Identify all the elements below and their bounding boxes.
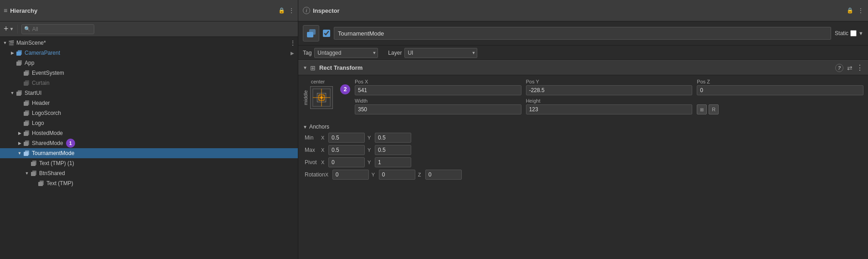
anchors-expand-arrow: ▼ bbox=[303, 124, 307, 130]
inspector-header-icons: 🔒 ⋮ bbox=[847, 7, 863, 14]
svg-rect-25 bbox=[32, 171, 36, 175]
anchors-min-row: Min X Y bbox=[303, 133, 863, 143]
inspector-more-icon[interactable]: ⋮ bbox=[858, 7, 863, 14]
tree-item-texttmp1[interactable]: Text (TMP) (1) bbox=[0, 158, 298, 168]
hierarchy-header: ≡ Hierarchy 🔒 ⋮ bbox=[0, 0, 298, 21]
min-y-input[interactable] bbox=[375, 133, 411, 143]
pivot-x-input[interactable] bbox=[328, 157, 365, 167]
rotation-z-input[interactable] bbox=[425, 170, 462, 180]
tree-item-sharedmode[interactable]: SharedMode 1 bbox=[0, 138, 298, 148]
layer-dropdown[interactable]: UI bbox=[404, 48, 477, 58]
cube-icon-hostedmode bbox=[23, 130, 30, 137]
tree-item-hostedmode[interactable]: HostedMode bbox=[0, 128, 298, 138]
component-icons: ? ⇄ ⋮ bbox=[835, 63, 863, 72]
pos-fields-area: 2 Pos X Pos Y Pos Z bbox=[340, 79, 863, 114]
component-help-icon[interactable]: ? bbox=[835, 64, 843, 72]
tree-item-startui[interactable]: StartUI bbox=[0, 88, 298, 98]
pivot-y-input[interactable] bbox=[375, 157, 411, 167]
tree-item-header[interactable]: Header bbox=[0, 98, 298, 108]
wh-row: Width Height ⊞ R bbox=[340, 98, 863, 114]
posz-input[interactable] bbox=[697, 85, 863, 95]
posy-input[interactable] bbox=[526, 85, 693, 95]
object-active-checkbox[interactable] bbox=[323, 30, 330, 37]
tree-item-curtain[interactable]: Curtain bbox=[0, 78, 298, 88]
cube-icon-texttmp1 bbox=[30, 160, 37, 167]
posx-input[interactable] bbox=[355, 85, 521, 95]
component-settings-icon[interactable]: ⇄ bbox=[847, 64, 853, 72]
svg-point-34 bbox=[320, 96, 323, 99]
add-button[interactable]: + ▼ bbox=[4, 24, 14, 34]
inspector-panel: i Inspector 🔒 ⋮ Static ▼ Tag Untagged bbox=[298, 0, 868, 259]
tree-item-eventsystem[interactable]: EventSystem bbox=[0, 68, 298, 78]
min-x-input[interactable] bbox=[328, 133, 365, 143]
cube-icon-tournamentmode bbox=[23, 150, 30, 157]
mainscene-dots[interactable]: ⋮ bbox=[290, 39, 296, 47]
item-label-cameraparent: CameraParent bbox=[25, 50, 60, 56]
inspector-lock-icon[interactable]: 🔒 bbox=[847, 7, 853, 14]
width-label: Width bbox=[355, 98, 521, 104]
static-dropdown-arrow[interactable]: ▼ bbox=[858, 31, 863, 36]
tree-item-btnshared[interactable]: BtnShared bbox=[0, 168, 298, 178]
rotation-fields: X Y Z bbox=[325, 170, 462, 180]
svg-rect-7 bbox=[25, 80, 29, 85]
static-checkbox[interactable] bbox=[850, 30, 857, 36]
scene-icon: 🎬 bbox=[8, 40, 15, 46]
tag-layer-row: Tag Untagged ▼ Layer UI ▼ bbox=[298, 46, 868, 60]
anchors-title: Anchors bbox=[309, 124, 329, 130]
min-x-label: X bbox=[321, 135, 326, 140]
width-input[interactable] bbox=[355, 104, 521, 114]
tree-item-app[interactable]: App bbox=[0, 58, 298, 68]
min-fields: X Y bbox=[321, 133, 411, 143]
tag-dropdown-wrapper: Untagged ▼ bbox=[314, 48, 378, 58]
object-row: Static ▼ bbox=[298, 21, 868, 46]
tree-item-mainscene[interactable]: 🎬 MainScene* ⋮ bbox=[0, 38, 298, 48]
object-name-input[interactable] bbox=[334, 27, 831, 40]
tree-item-logo[interactable]: Logo bbox=[0, 118, 298, 128]
height-label: Height bbox=[526, 98, 693, 104]
max-x-input[interactable] bbox=[328, 145, 365, 155]
item-label-mainscene: MainScene* bbox=[16, 40, 46, 46]
tree-item-texttmp[interactable]: Text (TMP) bbox=[0, 178, 298, 188]
anchor-box[interactable] bbox=[310, 86, 333, 109]
inspector-header: i Inspector 🔒 ⋮ bbox=[298, 0, 868, 21]
max-y-input[interactable] bbox=[375, 145, 411, 155]
object-cube-icon bbox=[303, 25, 319, 41]
constrain-button[interactable]: ⊞ bbox=[697, 104, 707, 114]
cube-icon-startui bbox=[15, 89, 23, 97]
tree-item-tournamentmode[interactable]: TournamentMode bbox=[0, 148, 298, 158]
rotation-y-input[interactable] bbox=[379, 170, 415, 180]
tag-label: Tag bbox=[303, 50, 311, 56]
cube-icon-curtain bbox=[23, 79, 30, 87]
plus-chevron: ▼ bbox=[10, 26, 14, 31]
svg-rect-21 bbox=[25, 150, 29, 155]
hierarchy-header-icons: 🔒 ⋮ bbox=[278, 7, 294, 14]
inspector-title-row: i Inspector bbox=[303, 7, 340, 14]
item-label-logoscorch: LogoScorch bbox=[32, 110, 61, 116]
rotation-x-input[interactable] bbox=[332, 170, 369, 180]
pivot-y-label: Y bbox=[368, 160, 372, 165]
static-label: Static bbox=[835, 30, 848, 36]
r-button[interactable]: R bbox=[709, 104, 719, 114]
layer-label: Layer bbox=[388, 50, 402, 56]
tree-item-cameraparent[interactable]: CameraParent ▶ bbox=[0, 48, 298, 58]
search-input[interactable] bbox=[21, 24, 94, 34]
lock-icon[interactable]: 🔒 bbox=[278, 7, 285, 14]
svg-rect-11 bbox=[25, 100, 29, 105]
rotation-row: Rotation X Y Z bbox=[303, 170, 863, 180]
tree-item-logoscorch[interactable]: LogoScorch bbox=[0, 108, 298, 118]
svg-rect-17 bbox=[25, 130, 29, 135]
item-label-sharedmode: SharedMode bbox=[32, 140, 63, 146]
component-title: Rect Transform bbox=[319, 64, 832, 71]
field-group-width: Width bbox=[355, 98, 521, 114]
component-more-icon[interactable]: ⋮ bbox=[856, 63, 863, 72]
component-expand-arrow[interactable]: ▼ bbox=[303, 65, 307, 70]
rect-transform-content: center middle bbox=[298, 75, 868, 122]
more-options-icon[interactable]: ⋮ bbox=[289, 7, 294, 14]
cube-icon-header bbox=[23, 99, 30, 107]
plus-icon: + bbox=[4, 24, 9, 34]
item-label-logo: Logo bbox=[32, 120, 44, 126]
tag-dropdown[interactable]: Untagged bbox=[314, 48, 378, 58]
hamburger-icon[interactable]: ≡ bbox=[4, 7, 7, 14]
height-input[interactable] bbox=[526, 104, 693, 114]
svg-rect-3 bbox=[18, 60, 22, 65]
